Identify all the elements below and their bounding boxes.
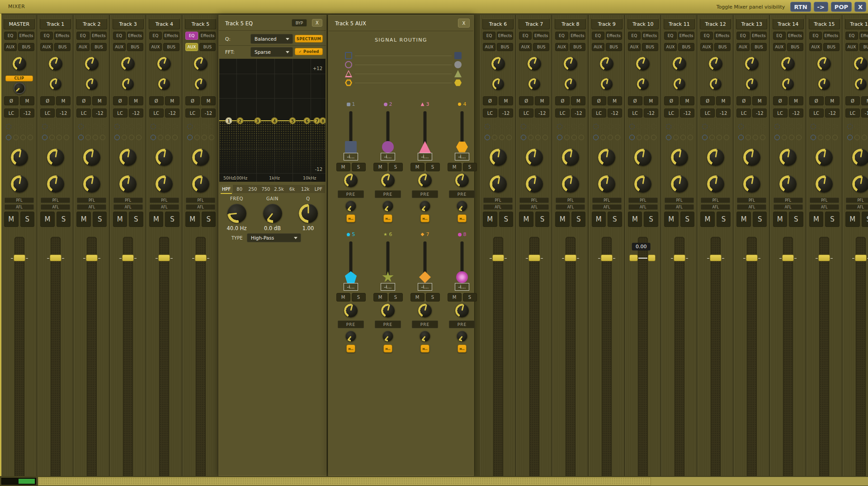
solo-big-button[interactable]: S [57, 212, 71, 227]
routing-source-hexagon[interactable] [345, 79, 352, 86]
phase-button[interactable]: Ø [185, 96, 200, 105]
cut-db-button[interactable]: -12 [680, 109, 694, 118]
track-name[interactable]: Track 14 [773, 19, 804, 29]
trim-knob[interactable] [674, 78, 685, 90]
fader-handle[interactable] [14, 255, 25, 261]
pfl-button[interactable]: PFL [592, 198, 622, 203]
gain-knob[interactable] [709, 57, 722, 71]
volume-fader-track[interactable] [87, 237, 97, 486]
lowcut-button[interactable]: LC [664, 109, 679, 118]
afl-button[interactable]: AFL [737, 204, 766, 210]
gain-knob[interactable] [49, 57, 62, 71]
mute-big-button[interactable]: M [628, 212, 642, 227]
eq-button[interactable]: EQ [519, 32, 532, 40]
aux-mode-button[interactable]: H… [458, 344, 467, 353]
volume-fader-track[interactable] [123, 237, 133, 486]
mute-button[interactable]: M [680, 96, 694, 105]
gain-knob[interactable] [781, 57, 795, 71]
eq-button[interactable]: EQ [736, 32, 749, 40]
send-b-knob[interactable] [598, 175, 615, 193]
volume-fader-track[interactable] [602, 237, 612, 486]
effects-button[interactable]: Effects [570, 32, 586, 40]
pfl-button[interactable]: PFL [150, 198, 179, 203]
routing-source-triangle[interactable] [345, 70, 352, 77]
aux-send-handle[interactable] [419, 141, 431, 153]
fader-handle[interactable] [50, 255, 61, 261]
trim-knob[interactable] [818, 78, 830, 90]
lowcut-button[interactable]: LC [628, 109, 642, 118]
phase-button[interactable]: Ø [736, 96, 751, 105]
return-button[interactable]: RTN [790, 2, 811, 12]
fader-handle[interactable] [674, 255, 685, 261]
aux-button[interactable]: AUX [76, 43, 89, 51]
solo-big-button[interactable]: S [20, 212, 35, 227]
trim-knob[interactable] [158, 78, 170, 90]
mute-button[interactable]: M [825, 96, 840, 105]
cut-db-button[interactable]: -12 [499, 109, 513, 118]
aux-mute-button[interactable]: M [448, 163, 462, 171]
aux-button[interactable]: AUX [628, 43, 641, 51]
track-name[interactable]: MASTER [4, 19, 35, 29]
aux-button[interactable]: AUX [149, 43, 162, 51]
send-b-knob[interactable] [671, 175, 688, 193]
lowcut-button[interactable]: LC [700, 109, 715, 118]
fader-handle[interactable] [195, 255, 207, 261]
solo-big-button[interactable]: S [753, 212, 767, 227]
bus-button[interactable]: BUS [18, 43, 34, 51]
clip-button[interactable]: CLIP [5, 75, 33, 81]
fader-handle[interactable] [122, 255, 134, 261]
phase-button[interactable]: Ø [483, 96, 497, 105]
aux-send-value[interactable]: -i… [381, 153, 395, 160]
eq-band-node[interactable]: 3 [254, 118, 261, 124]
solo-big-button[interactable]: S [571, 212, 586, 227]
solo-big-button[interactable]: S [608, 212, 622, 227]
mute-button[interactable]: M [535, 96, 549, 105]
phase-button[interactable]: Ø [4, 96, 19, 105]
aux-send-handle[interactable] [456, 141, 468, 153]
eq-band-tab[interactable]: HPF [220, 185, 233, 193]
pfl-button[interactable]: PFL [483, 198, 513, 203]
track-name[interactable]: Track 4 [149, 19, 180, 29]
pre-fader-button[interactable]: PRE [338, 190, 364, 198]
eq-band-tab[interactable]: 6k [286, 185, 299, 193]
mute-big-button[interactable]: M [76, 212, 91, 227]
aux-button[interactable]: AUX [664, 43, 677, 51]
fader-handle[interactable] [818, 255, 830, 261]
afl-button[interactable]: AFL [846, 204, 868, 210]
volume-fader-track[interactable] [856, 237, 866, 486]
solo-big-button[interactable]: S [680, 212, 695, 227]
close-button[interactable]: X [854, 2, 866, 12]
gain-knob[interactable] [263, 204, 282, 223]
send-b-knob[interactable] [816, 175, 833, 193]
routing-dest-hexagon[interactable] [454, 79, 462, 86]
fader-handle[interactable] [86, 255, 98, 261]
bus-button[interactable]: BUS [787, 43, 803, 51]
trim-knob[interactable] [195, 78, 207, 90]
phase-button[interactable]: Ø [700, 96, 715, 105]
eq-button[interactable]: EQ [483, 32, 495, 40]
mute-big-button[interactable]: M [149, 212, 164, 227]
track-name[interactable]: Track 16 [845, 19, 868, 29]
pfl-button[interactable]: PFL [186, 198, 215, 203]
send-b-knob[interactable] [526, 175, 543, 193]
phase-button[interactable]: Ø [664, 96, 679, 105]
q-knob[interactable] [299, 204, 318, 223]
send-a-knob[interactable] [119, 149, 137, 166]
aux-solo-button[interactable]: S [426, 293, 440, 302]
aux-mode-button[interactable]: H… [420, 214, 429, 222]
aux-send-value[interactable]: -i… [455, 283, 469, 291]
bus-button[interactable]: BUS [91, 43, 107, 51]
trim-knob[interactable] [782, 78, 794, 90]
send-b-knob[interactable] [192, 175, 209, 193]
lowcut-button[interactable]: LC [185, 109, 200, 118]
effects-button[interactable]: Effects [18, 32, 34, 40]
aux-button[interactable]: AUX [113, 43, 126, 51]
fader-handle[interactable] [565, 255, 576, 261]
effects-button[interactable]: Effects [823, 32, 840, 40]
aux-pan-knob[interactable] [420, 201, 430, 211]
aux-level-knob[interactable] [381, 304, 395, 317]
aux-mute-button[interactable]: M [336, 293, 350, 302]
eq-button[interactable]: EQ [76, 32, 89, 40]
mute-button[interactable]: M [201, 96, 216, 105]
aux-solo-button[interactable]: S [352, 293, 366, 302]
